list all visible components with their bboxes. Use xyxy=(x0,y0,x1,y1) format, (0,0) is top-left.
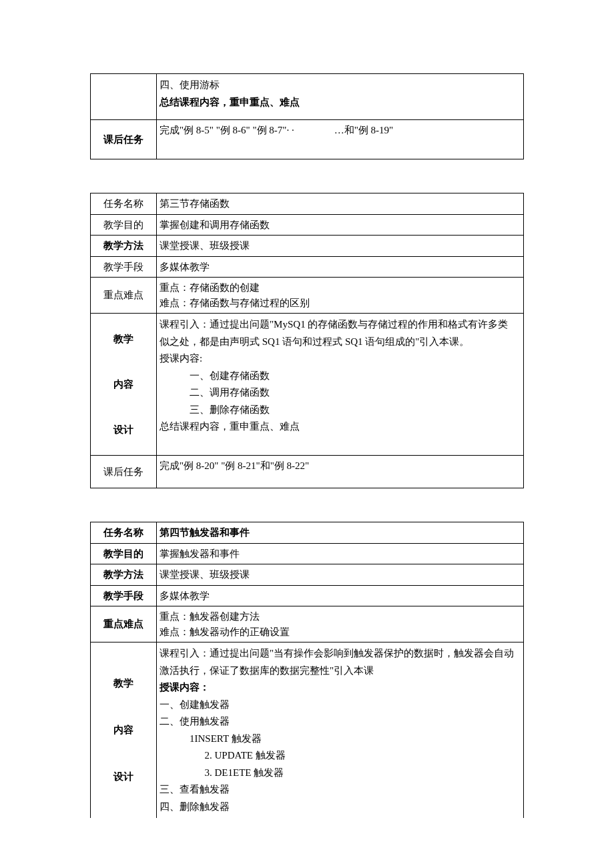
teach-method-value: 课堂授课、班级授课 xyxy=(157,564,524,586)
empty-label xyxy=(91,74,157,120)
task-name-value: 第四节触发器和事件 xyxy=(157,522,524,544)
lecture-item-1: 一、创建触发器 xyxy=(160,697,521,714)
teach-means-label: 教学手段 xyxy=(91,256,157,278)
intro-line-2: 似之处，都是由声明式 SQ1 语句和过程式 SQ1 语句组成的"引入本课。 xyxy=(160,334,521,351)
key-diff-label: 重点难点 xyxy=(91,278,157,314)
teach-goal-label: 教学目的 xyxy=(91,214,157,236)
teach-means-value: 多媒体教学 xyxy=(157,585,524,606)
task-name-label: 任务名称 xyxy=(91,522,157,544)
key-point: 重点：触发器创建方法 xyxy=(160,609,521,624)
lesson-table-2: 任务名称 第三节存储函数 教学目的 掌握创建和调用存储函数 教学方法 课堂授课、… xyxy=(90,193,524,488)
summary-line: 总结课程内容，重申重点、难点 xyxy=(160,418,521,436)
post-task-text-a: 完成"例 8-5" "例 8-6" "例 8-7"· · xyxy=(160,125,294,135)
teach-goal-value: 掌握创建和调用存储函数 xyxy=(157,214,524,236)
task-name-value: 第三节存储函数 xyxy=(157,193,524,215)
teach-means-label: 教学手段 xyxy=(91,585,157,606)
teach-goal-value: 掌握触发器和事件 xyxy=(157,543,524,564)
summary-line: 总结课程内容，重申重点、难点 xyxy=(160,94,521,111)
teach-method-value: 课堂授课、班级授课 xyxy=(157,236,524,257)
lecture-sub-3: 3. DE1ETE 触发器 xyxy=(160,765,521,782)
teach-goal-label: 教学目的 xyxy=(91,543,157,564)
intro-line-2: 激活执行，保证了数据库的数据完整性"引入本课 xyxy=(160,663,521,680)
lecture-header: 授课内容: xyxy=(160,350,521,368)
post-task-text-b: …和"例 8-19" xyxy=(334,125,394,135)
key-diff-cell: 重点：触发器创建方法 难点：触发器动作的正确设置 xyxy=(157,606,524,642)
diff-point: 难点：存储函数与存储过程的区别 xyxy=(160,296,521,311)
key-diff-label: 重点难点 xyxy=(91,606,157,642)
key-diff-cell: 重点：存储函数的创建 难点：存储函数与存储过程的区别 xyxy=(157,278,524,314)
lecture-item-3: 三、查看触发器 xyxy=(160,781,521,799)
lecture-item-1: 一、创建存储函数 xyxy=(160,368,521,385)
lecture-header: 授课内容： xyxy=(160,679,521,697)
teach-label: 教学 xyxy=(93,676,154,691)
design-content-cell: 课程引入：通过提出问题"当有操作会影响到触发器保护的数据时，触发器会自动 激活执… xyxy=(157,642,524,819)
design-label-cell: 教学 内容 设计 xyxy=(91,314,157,456)
lecture-sub-1: 1INSERT 触发器 xyxy=(160,731,521,748)
post-task-cell: 完成"例 8-5" "例 8-6" "例 8-7"· ·…和"例 8-19" xyxy=(157,120,524,159)
design-content-cell: 课程引入：通过提出问题"MySQ1 的存储函数与存储过程的作用和格式有许多类 似… xyxy=(157,314,524,456)
lecture-sub-2: 2. UPDATE 触发器 xyxy=(160,747,521,765)
intro-line-1: 课程引入：通过提出问题"当有操作会影响到触发器保护的数据时，触发器会自动 xyxy=(160,645,521,663)
content-label: 内容 xyxy=(93,723,154,738)
post-task-value: 完成"例 8-20" "例 8-21"和"例 8-22" xyxy=(157,456,524,488)
teach-label: 教学 xyxy=(93,332,154,347)
lecture-item-2: 二、调用存储函数 xyxy=(160,384,521,402)
content-cell: 四、使用游标 总结课程内容，重申重点、难点 xyxy=(157,74,524,120)
content-line: 四、使用游标 xyxy=(160,77,521,94)
post-task-label: 课后任务 xyxy=(91,120,157,159)
intro-line-1: 课程引入：通过提出问题"MySQ1 的存储函数与存储过程的作用和格式有许多类 xyxy=(160,316,521,334)
diff-point: 难点：触发器动作的正确设置 xyxy=(160,624,521,640)
lecture-item-4: 四、删除触发器 xyxy=(160,799,521,816)
lecture-item-2: 二、使用触发器 xyxy=(160,713,521,731)
design-label: 设计 xyxy=(93,769,154,785)
lecture-item-3: 三、删除存储函数 xyxy=(160,402,521,419)
design-label: 设计 xyxy=(93,422,154,438)
teach-means-value: 多媒体教学 xyxy=(157,256,524,278)
lesson-table-1: 四、使用游标 总结课程内容，重申重点、难点 课后任务 完成"例 8-5" "例 … xyxy=(90,73,524,159)
teach-method-label: 教学方法 xyxy=(91,236,157,257)
lesson-table-3: 任务名称 第四节触发器和事件 教学目的 掌握触发器和事件 教学方法 课堂授课、班… xyxy=(90,522,524,818)
post-task-label: 课后任务 xyxy=(91,456,157,488)
teach-method-label: 教学方法 xyxy=(91,564,157,586)
task-name-label: 任务名称 xyxy=(91,193,157,215)
design-label-cell: 教学 内容 设计 xyxy=(91,642,157,819)
key-point: 重点：存储函数的创建 xyxy=(160,280,521,296)
content-label: 内容 xyxy=(93,377,154,392)
